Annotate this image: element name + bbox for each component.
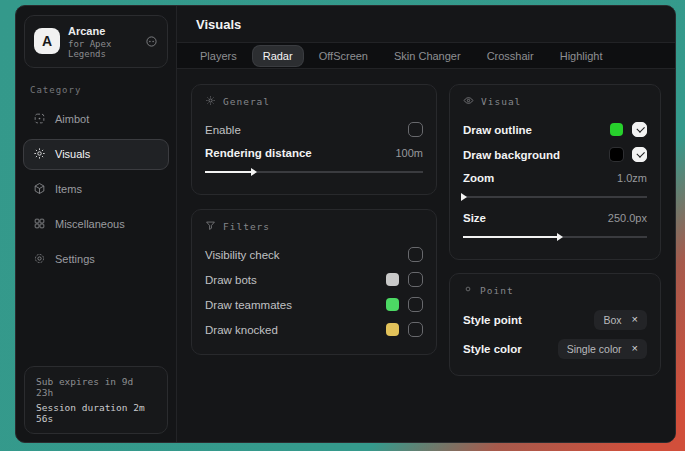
sidebar-item-label: Aimbot	[55, 113, 89, 125]
draw-teammates-checkbox[interactable]	[408, 297, 423, 312]
size-slider[interactable]	[463, 232, 647, 241]
enable-checkbox[interactable]	[408, 122, 423, 137]
tab-skin-changer[interactable]: Skin Changer	[384, 46, 471, 66]
sidebar-item-label: Miscellaneous	[55, 218, 125, 230]
session-duration-text: Session duration 2m 56s	[36, 402, 156, 424]
app-logo: A	[34, 28, 60, 54]
draw-background-label: Draw background	[463, 149, 560, 161]
size-value: 250.0px	[608, 212, 647, 224]
panel-title-text: Point	[480, 285, 514, 296]
style-point-select[interactable]: Box ×	[594, 310, 647, 330]
visibility-check-checkbox[interactable]	[408, 247, 423, 262]
zoom-label: Zoom	[463, 172, 494, 184]
page-title: Visuals	[196, 17, 656, 32]
draw-knocked-row: Draw knocked	[205, 317, 423, 342]
main-header: Visuals	[177, 6, 675, 42]
panel-title-text: Filters	[223, 221, 270, 232]
app-window: A Arcane for Apex Legends Category Aimbo…	[15, 5, 676, 443]
aimbot-icon	[33, 112, 46, 127]
draw-background-row: Draw background	[463, 142, 647, 167]
main-area: Visuals Players Radar OffScreen Skin Cha…	[177, 6, 675, 442]
category-label: Category	[30, 85, 162, 95]
subscription-box: Sub expires in 9d 23h Session duration 2…	[24, 366, 168, 434]
rendering-distance-label: Rendering distance	[205, 147, 312, 159]
tab-bar: Players Radar OffScreen Skin Changer Cro…	[177, 42, 675, 69]
slider-thumb[interactable]	[557, 233, 563, 241]
visibility-check-label: Visibility check	[205, 249, 280, 261]
draw-outline-checkbox[interactable]	[632, 122, 647, 137]
size-row: Size 250.0px	[463, 207, 647, 229]
enable-row: Enable	[205, 117, 423, 142]
app-header-card: A Arcane for Apex Legends	[24, 15, 168, 68]
zoom-value: 1.0zm	[617, 172, 647, 184]
panel-general: General Enable Rendering distance 100m	[191, 84, 437, 195]
draw-bots-color-swatch[interactable]	[386, 273, 399, 286]
sidebar-nav: Aimbot Visuals Items Miscellaneous	[16, 102, 176, 277]
draw-knocked-checkbox[interactable]	[408, 322, 423, 337]
sidebar-item-label: Settings	[55, 253, 95, 265]
sidebar-item-aimbot[interactable]: Aimbot	[23, 104, 169, 135]
clear-icon[interactable]: ×	[632, 314, 638, 325]
style-point-row: Style point Box ×	[463, 305, 647, 334]
sidebar: A Arcane for Apex Legends Category Aimbo…	[16, 6, 177, 442]
clear-icon[interactable]: ×	[632, 343, 638, 354]
visibility-check-row: Visibility check	[205, 242, 423, 267]
panel-point: Point Style point Box × Style color	[449, 273, 661, 376]
visuals-icon	[33, 147, 46, 162]
draw-background-checkbox[interactable]	[632, 147, 647, 162]
app-name: Arcane	[68, 24, 129, 39]
style-point-value: Box	[603, 314, 621, 326]
sidebar-item-miscellaneous[interactable]: Miscellaneous	[23, 209, 169, 240]
slider-thumb[interactable]	[251, 168, 257, 176]
discord-icon[interactable]	[145, 35, 158, 48]
tab-highlight[interactable]: Highlight	[550, 46, 613, 66]
slider-thumb[interactable]	[461, 193, 467, 201]
grid-icon	[33, 217, 46, 232]
draw-outline-row: Draw outline	[463, 117, 647, 142]
enable-label: Enable	[205, 124, 241, 136]
draw-bots-row: Draw bots	[205, 267, 423, 292]
style-point-label: Style point	[463, 314, 522, 326]
rendering-distance-slider[interactable]	[205, 167, 423, 176]
sidebar-item-settings[interactable]: Settings	[23, 244, 169, 275]
zoom-slider[interactable]	[463, 192, 647, 201]
panel-title-text: Visual	[481, 96, 521, 107]
size-label: Size	[463, 212, 486, 224]
draw-knocked-label: Draw knocked	[205, 324, 278, 336]
style-color-label: Style color	[463, 343, 522, 355]
draw-outline-label: Draw outline	[463, 124, 532, 136]
zoom-row: Zoom 1.0zm	[463, 167, 647, 189]
tab-players[interactable]: Players	[190, 46, 247, 66]
eye-icon	[463, 95, 474, 108]
tab-crosshair[interactable]: Crosshair	[477, 46, 544, 66]
style-color-select[interactable]: Single color ×	[558, 339, 647, 359]
filter-icon	[205, 220, 216, 233]
panel-title-text: General	[223, 96, 270, 107]
app-subtitle: for Apex Legends	[68, 39, 129, 59]
sub-expires-text: Sub expires in 9d 23h	[36, 376, 156, 398]
draw-bots-label: Draw bots	[205, 274, 257, 286]
sidebar-item-label: Items	[55, 183, 82, 195]
draw-teammates-label: Draw teammates	[205, 299, 292, 311]
items-icon	[33, 182, 46, 197]
tab-offscreen[interactable]: OffScreen	[309, 46, 378, 66]
draw-outline-color-swatch[interactable]	[610, 123, 623, 136]
tab-content: General Enable Rendering distance 100m	[177, 69, 675, 391]
draw-bots-checkbox[interactable]	[408, 272, 423, 287]
point-icon	[463, 284, 473, 296]
sidebar-item-label: Visuals	[55, 148, 90, 160]
style-color-row: Style color Single color ×	[463, 334, 647, 363]
rendering-distance-row: Rendering distance 100m	[205, 142, 423, 164]
draw-teammates-row: Draw teammates	[205, 292, 423, 317]
draw-knocked-color-swatch[interactable]	[386, 323, 399, 336]
style-color-value: Single color	[567, 343, 622, 355]
general-icon	[205, 95, 216, 108]
draw-background-color-swatch[interactable]	[610, 148, 623, 161]
draw-teammates-color-swatch[interactable]	[386, 298, 399, 311]
tab-radar[interactable]: Radar	[253, 46, 303, 66]
rendering-distance-value: 100m	[395, 147, 423, 159]
panel-filters: Filters Visibility check Draw bots	[191, 209, 437, 355]
sidebar-item-visuals[interactable]: Visuals	[23, 139, 169, 170]
sidebar-item-items[interactable]: Items	[23, 174, 169, 205]
gear-icon	[33, 252, 46, 267]
